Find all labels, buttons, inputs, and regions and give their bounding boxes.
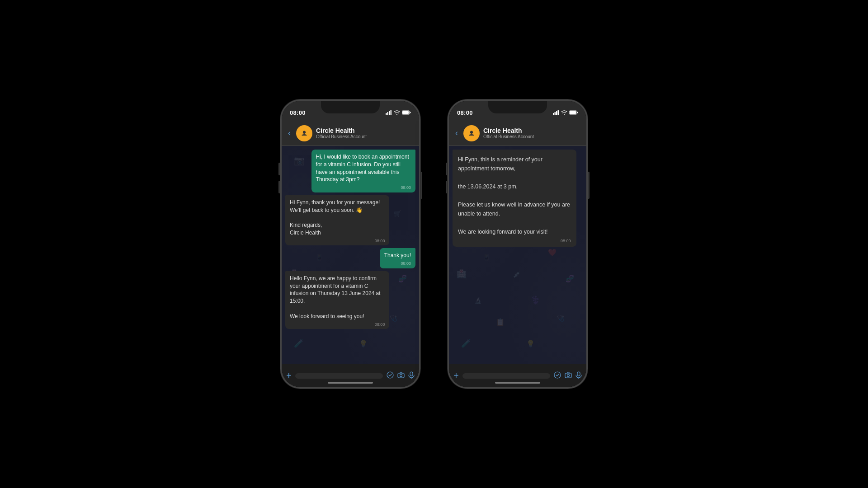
svg-point-63 bbox=[554, 372, 561, 378]
home-indicator-1 bbox=[328, 382, 373, 384]
svg-rect-30 bbox=[398, 373, 404, 378]
status-time-1: 08:00 bbox=[290, 109, 306, 116]
phone-1-content: 08:00 bbox=[282, 101, 419, 387]
svg-text:🧬: 🧬 bbox=[566, 274, 575, 283]
message-1-text: Hi, I would like to book an appointment … bbox=[316, 154, 409, 183]
svg-rect-34 bbox=[553, 113, 554, 115]
svg-text:❤️: ❤️ bbox=[548, 248, 557, 257]
chat-header-1: ‹ Circle Health Official Business Accoun… bbox=[282, 121, 419, 146]
camera-icon-2[interactable] bbox=[565, 371, 572, 380]
status-bar-1: 08:00 bbox=[282, 101, 419, 121]
message-4-text: Hello Fynn, we are happy to confirm your… bbox=[290, 275, 381, 319]
svg-point-29 bbox=[387, 372, 393, 378]
contact-sub-2: Official Business Account bbox=[483, 134, 582, 139]
plus-button-1[interactable]: + bbox=[286, 371, 292, 381]
phone-1: 08:00 bbox=[280, 99, 420, 389]
signal-icon-1 bbox=[386, 110, 392, 115]
message-1-time: 08:00 bbox=[316, 185, 411, 191]
message-2-time: 08:00 bbox=[290, 238, 385, 244]
input-icons-2 bbox=[554, 371, 582, 380]
svg-text:🔬: 🔬 bbox=[474, 297, 482, 305]
status-time-2: 08:00 bbox=[457, 109, 473, 116]
svg-rect-1 bbox=[387, 112, 389, 115]
reminder-time: 08:00 bbox=[458, 238, 571, 244]
phone-1-frame: 08:00 bbox=[280, 99, 420, 389]
avatar-1 bbox=[296, 125, 312, 141]
message-input-2[interactable] bbox=[462, 373, 550, 379]
svg-rect-3 bbox=[391, 110, 392, 115]
message-4-time: 08:00 bbox=[290, 322, 385, 328]
message-4-received: Hello Fynn, we are happy to confirm your… bbox=[285, 271, 389, 329]
phone-2: 08:00 bbox=[448, 99, 588, 389]
status-bar-2: 08:00 bbox=[449, 101, 586, 121]
wifi-icon-1 bbox=[394, 110, 400, 115]
power-button bbox=[420, 172, 422, 199]
message-input-1[interactable] bbox=[295, 373, 383, 379]
message-2-text: Hi Fynn, thank you for your message! We'… bbox=[290, 199, 380, 236]
notch-2 bbox=[488, 101, 547, 113]
status-icons-1 bbox=[386, 110, 411, 115]
battery-icon-2 bbox=[569, 110, 578, 115]
svg-point-65 bbox=[567, 375, 570, 377]
svg-rect-35 bbox=[555, 112, 556, 115]
svg-text:🏥: 🏥 bbox=[457, 269, 467, 279]
plus-button-2[interactable]: + bbox=[453, 371, 459, 381]
svg-text:⚕️: ⚕️ bbox=[531, 295, 541, 305]
svg-rect-40 bbox=[577, 112, 578, 113]
signal-icon-2 bbox=[553, 110, 559, 115]
svg-text:💉: 💉 bbox=[513, 271, 521, 278]
avatar-2 bbox=[463, 125, 480, 141]
reminder-text: Hi Fynn, this is a reminder of your appo… bbox=[458, 156, 570, 235]
svg-rect-39 bbox=[570, 111, 576, 114]
chat-header-2: ‹ Circle Health Official Business Accoun… bbox=[449, 121, 586, 146]
back-button-2[interactable]: ‹ bbox=[453, 127, 460, 140]
svg-point-31 bbox=[400, 375, 402, 377]
notch-1 bbox=[321, 101, 380, 113]
svg-rect-6 bbox=[410, 112, 411, 113]
contact-name-1: Circle Health bbox=[316, 127, 415, 134]
phone-2-content: 08:00 bbox=[449, 101, 586, 387]
svg-text:📱: 📱 bbox=[483, 253, 491, 261]
status-icons-2 bbox=[553, 110, 578, 115]
message-2-received: Hi Fynn, thank you for your message! We'… bbox=[285, 195, 389, 246]
contact-info-2: Circle Health Official Business Account bbox=[483, 127, 582, 139]
phone-1-screen: 08:00 bbox=[282, 101, 419, 387]
camera-icon-1[interactable] bbox=[397, 371, 405, 380]
svg-text:🧪: 🧪 bbox=[294, 338, 304, 348]
input-bar-2: + bbox=[449, 364, 586, 387]
contact-info-1: Circle Health Official Business Account bbox=[316, 127, 415, 139]
back-button-1[interactable]: ‹ bbox=[286, 127, 292, 140]
svg-rect-32 bbox=[410, 372, 413, 376]
messages-area-2: 📷 🔒 📎 🎵 💊 📞 🔑 🛒 💳 🎯 📱 ❤️ 🏥 💉 bbox=[449, 146, 586, 364]
svg-rect-37 bbox=[558, 110, 559, 115]
svg-rect-66 bbox=[577, 372, 580, 376]
svg-text:💡: 💡 bbox=[526, 339, 535, 348]
message-3-sent: Thank you! 08:00 bbox=[380, 248, 415, 268]
svg-rect-2 bbox=[389, 111, 390, 115]
message-3-time: 08:00 bbox=[384, 261, 411, 267]
chat-messages-1: Hi, I would like to book an appointment … bbox=[285, 150, 415, 329]
mic-icon-2[interactable] bbox=[576, 371, 582, 380]
compose-icon-2[interactable] bbox=[554, 371, 561, 380]
home-indicator-2 bbox=[495, 382, 540, 384]
svg-text:🩺: 🩺 bbox=[557, 314, 565, 322]
svg-text:💡: 💡 bbox=[359, 339, 368, 348]
message-1-sent: Hi, I would like to book an appointment … bbox=[311, 150, 415, 192]
mic-icon-1[interactable] bbox=[408, 371, 415, 380]
input-icons-1 bbox=[387, 371, 415, 380]
svg-text:📋: 📋 bbox=[496, 318, 505, 326]
svg-rect-36 bbox=[556, 111, 557, 115]
compose-icon-1[interactable] bbox=[387, 371, 394, 380]
contact-name-2: Circle Health bbox=[483, 127, 582, 134]
input-bar-1: + bbox=[282, 364, 419, 387]
messages-area-1: 📷 🔒 📎 🎵 💊 📞 🔑 🛒 💳 🎯 📱 ❤️ 🏥 💉 bbox=[282, 146, 419, 364]
svg-rect-0 bbox=[386, 113, 387, 115]
chat-messages-2: Hi Fynn, this is a reminder of your appo… bbox=[453, 150, 583, 247]
contact-sub-1: Official Business Account bbox=[316, 134, 415, 139]
svg-rect-5 bbox=[402, 111, 409, 114]
phone-2-screen: 08:00 bbox=[449, 101, 586, 387]
message-3-text: Thank you! bbox=[384, 252, 411, 258]
phone-2-frame: 08:00 bbox=[448, 99, 588, 389]
reminder-message: Hi Fynn, this is a reminder of your appo… bbox=[453, 150, 576, 247]
power-button-2 bbox=[588, 172, 590, 199]
